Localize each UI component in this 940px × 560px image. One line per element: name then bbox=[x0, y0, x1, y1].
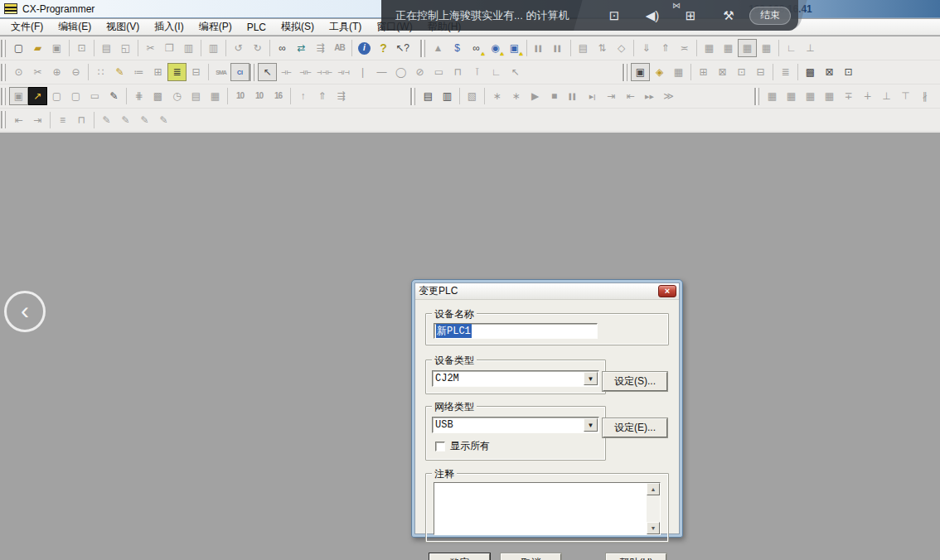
back-arrow-button[interactable]: ‹ bbox=[4, 291, 46, 332]
time-chart-icon[interactable]: ▦ bbox=[820, 87, 839, 105]
network-rail-icon-4[interactable]: ⊤ bbox=[896, 87, 915, 105]
simulator-window-icon[interactable]: ▧ bbox=[463, 87, 482, 105]
edit-marker-icon-1[interactable]: ✎ bbox=[97, 111, 116, 129]
edit-marker-icon-2[interactable]: ✎ bbox=[116, 111, 135, 129]
force-on-icon[interactable]: ∟ bbox=[782, 39, 801, 57]
memory-view-icon[interactable]: ▤ bbox=[187, 87, 206, 105]
search-transfer-icon[interactable]: ⇶ bbox=[311, 39, 330, 57]
indent-add-icon[interactable]: ⇥ bbox=[28, 111, 47, 129]
menu-item-edit[interactable]: 编辑(E) bbox=[51, 18, 99, 36]
address-table-icon[interactable]: ▦ bbox=[206, 87, 225, 105]
hex-display-icon[interactable]: 16 bbox=[269, 87, 288, 105]
function-block-icon[interactable]: ⊓ bbox=[448, 63, 468, 81]
address-ref-icon[interactable]: ⋕ bbox=[129, 87, 148, 105]
window-manager-icon[interactable]: ▣ bbox=[9, 87, 28, 105]
rung-align-icon[interactable]: ≡ bbox=[53, 111, 72, 129]
network-type-settings-button[interactable]: 设定(E)... bbox=[603, 418, 667, 437]
end-session-button[interactable]: 结束 bbox=[749, 7, 791, 25]
debug-mode-icon[interactable]: ▦ bbox=[757, 39, 776, 57]
menu-item-program[interactable]: 编程(P) bbox=[191, 18, 240, 36]
menu-item-simulation[interactable]: 模拟(S) bbox=[274, 18, 322, 36]
properties-icon[interactable]: ✎ bbox=[104, 87, 124, 105]
chevron-down-icon[interactable]: ▼ bbox=[584, 418, 598, 432]
new-view-icon[interactable]: ▢ bbox=[47, 87, 66, 105]
toolbar-grip[interactable] bbox=[412, 88, 415, 105]
ci-view-icon[interactable]: CI bbox=[230, 63, 250, 81]
toolbar-grip[interactable] bbox=[2, 40, 6, 57]
page-search-icon[interactable]: ⊡ bbox=[72, 39, 91, 57]
vertical-line-icon[interactable]: | bbox=[353, 63, 372, 81]
coil-icon[interactable]: ◯ bbox=[391, 63, 410, 81]
rung-list-icon[interactable]: ≔ bbox=[129, 63, 148, 81]
edit-block-check-icon[interactable]: ⊡ bbox=[732, 63, 751, 81]
io-comment-icon[interactable]: ▩ bbox=[148, 87, 167, 105]
save-project-icon[interactable]: ▣ bbox=[47, 39, 66, 57]
toolbar-grip[interactable] bbox=[756, 88, 759, 105]
zoom-in-icon[interactable]: ⊕ bbox=[47, 63, 66, 81]
copy-icon[interactable]: ❐ bbox=[160, 39, 179, 57]
instruction-icon[interactable]: ▭ bbox=[429, 63, 448, 81]
program-check-icon[interactable]: ▤ bbox=[574, 39, 593, 57]
area-zoom-icon[interactable]: ✂ bbox=[28, 63, 47, 81]
rename-icon[interactable]: AB bbox=[330, 39, 349, 57]
sim-stop-icon[interactable]: ■ bbox=[545, 87, 564, 105]
rung-jump-icon[interactable]: ⊓ bbox=[72, 111, 91, 129]
monitor-window-icon[interactable]: ◷ bbox=[167, 87, 187, 105]
replace-icon[interactable]: ⇄ bbox=[292, 39, 311, 57]
redo-icon[interactable]: ↻ bbox=[248, 39, 267, 57]
sim-step-in-icon[interactable]: ⇥ bbox=[602, 87, 621, 105]
sim-pause-icon[interactable]: ▌▌ bbox=[564, 87, 583, 105]
help-icon[interactable]: ? bbox=[374, 39, 393, 57]
branch-line-icon[interactable]: ⊺ bbox=[468, 63, 487, 81]
indent-remove-icon[interactable]: ⇤ bbox=[9, 111, 28, 129]
erase-tool-icon[interactable]: ↖ bbox=[506, 63, 525, 81]
scroll-up-icon[interactable]: ▲ bbox=[647, 483, 660, 495]
chevron-down-icon[interactable]: ▼ bbox=[584, 372, 598, 385]
print-preview-icon[interactable]: ◱ bbox=[116, 39, 135, 57]
monitor-mode-icon[interactable]: ▦ bbox=[719, 39, 738, 57]
menu-item-tools[interactable]: 工具(T) bbox=[322, 18, 369, 36]
contact-icon[interactable]: ⊣⊢ bbox=[277, 63, 296, 81]
sim-play-icon[interactable]: ▶ bbox=[526, 87, 545, 105]
rung-comment-icon[interactable]: ✎ bbox=[110, 63, 129, 81]
stop-hand-icon[interactable]: ∗ bbox=[506, 87, 526, 105]
cross-reference-icon[interactable]: ≣ bbox=[776, 63, 795, 81]
program-transfer-icon[interactable]: ⇅ bbox=[593, 39, 612, 57]
compare-with-plc-icon[interactable]: ≍ bbox=[675, 39, 694, 57]
toolbar-grip[interactable] bbox=[251, 64, 254, 81]
schedule-icon[interactable]: ▦ bbox=[669, 63, 688, 81]
edit-marker-icon-4[interactable]: ✎ bbox=[154, 111, 173, 129]
upload-from-plc-icon[interactable]: ⇑ bbox=[656, 39, 675, 57]
download-to-plc-icon[interactable]: ⇓ bbox=[637, 39, 656, 57]
ladder-view-icon[interactable]: ≣ bbox=[167, 63, 187, 81]
horizontal-line-icon[interactable]: — bbox=[372, 63, 391, 81]
zoom-out-icon[interactable]: ⊖ bbox=[66, 63, 85, 81]
toolbar-grip[interactable] bbox=[2, 111, 6, 128]
line-corner-icon[interactable]: ∟ bbox=[487, 63, 506, 81]
close-icon[interactable]: × bbox=[658, 285, 676, 297]
undo-icon[interactable]: ↺ bbox=[229, 39, 248, 57]
edit-marker-icon-3[interactable]: ✎ bbox=[135, 111, 154, 129]
show-all-checkbox[interactable] bbox=[435, 442, 445, 451]
toolbar-grip[interactable] bbox=[2, 64, 6, 81]
plc-settings-icon[interactable]: ▥ bbox=[438, 87, 457, 105]
decimal-display-icon[interactable]: 10 bbox=[230, 87, 250, 105]
menu-item-file[interactable]: 文件(F) bbox=[3, 18, 51, 36]
network-rail-icon-1[interactable]: ∓ bbox=[839, 87, 858, 105]
fullscreen-icon[interactable]: ⊡ bbox=[595, 6, 633, 26]
verify-icon[interactable]: ◇ bbox=[612, 39, 631, 57]
speaker-icon[interactable]: ◀) bbox=[633, 6, 671, 26]
context-help-icon[interactable]: ↖? bbox=[393, 39, 412, 57]
find-icon[interactable]: ∞ bbox=[273, 39, 292, 57]
quick-transfer-icon[interactable]: ↗ bbox=[28, 87, 47, 105]
clipboard-icon[interactable]: ▥ bbox=[204, 39, 223, 57]
ok-button[interactable]: 确定 bbox=[429, 553, 490, 560]
online-transfer-icon[interactable]: ▣ bbox=[505, 39, 524, 57]
coil-closed-icon[interactable]: ⊘ bbox=[410, 63, 429, 81]
contact-or-closed-icon[interactable]: ⊣/⊣ bbox=[334, 63, 353, 81]
split-view-icon[interactable]: ▭ bbox=[85, 87, 104, 105]
force-cancel-icon[interactable]: ⊥ bbox=[801, 39, 820, 57]
toolbar-grip[interactable] bbox=[422, 40, 425, 57]
io-view-icon[interactable]: ▢ bbox=[66, 87, 85, 105]
edit-block-delete-icon[interactable]: ⊠ bbox=[713, 63, 732, 81]
